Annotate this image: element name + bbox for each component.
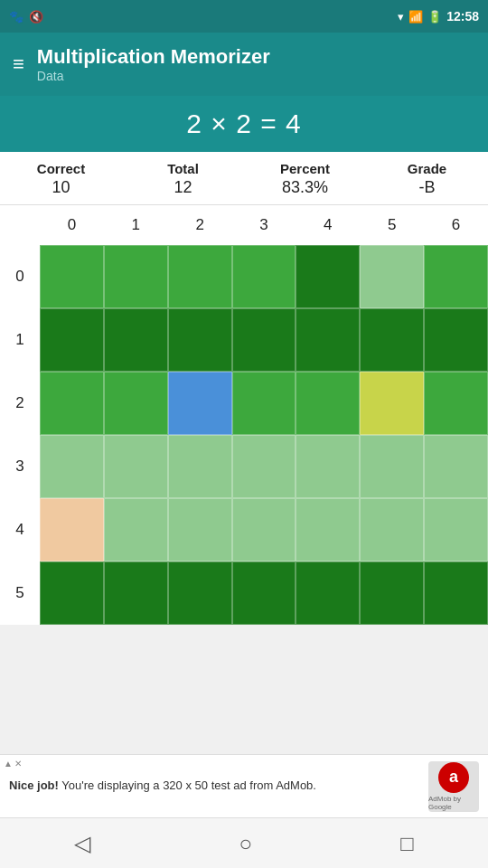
grid-cell-0-0[interactable] [40, 245, 104, 308]
grid-cell-4-6[interactable] [424, 498, 488, 561]
stats-row: Correct 10 Total 12 Percent 83.3% Grade … [0, 152, 488, 205]
col-header-3: 3 [232, 205, 296, 245]
app-bar: ≡ Multiplication Memorizer Data [0, 33, 488, 96]
grid-cell-0-6[interactable] [424, 245, 488, 308]
grid-cell-0-4[interactable] [296, 245, 360, 308]
grid-cell-2-2[interactable] [168, 372, 232, 435]
col-header-0: 0 [40, 205, 104, 245]
total-label: Total [167, 161, 199, 176]
grid-cell-5-6[interactable] [424, 561, 488, 625]
row-label-4: 4 [0, 498, 40, 561]
grid-cell-3-5[interactable] [360, 435, 424, 498]
row-label-0: 0 [0, 245, 40, 308]
grid-cell-5-0[interactable] [40, 561, 104, 625]
grid-cell-1-3[interactable] [232, 308, 296, 372]
grid-cell-1-5[interactable] [360, 308, 424, 372]
row-label-1: 1 [0, 308, 40, 372]
app-title: Multiplication Memorizer [37, 45, 270, 69]
wifi-icon: ▾ [398, 10, 404, 24]
stat-correct: Correct 10 [0, 152, 122, 204]
grid-cell-0-2[interactable] [168, 245, 232, 308]
row-label-5: 5 [0, 561, 40, 625]
grid-cell-2-6[interactable] [424, 372, 488, 435]
grid-cell-4-2[interactable] [168, 498, 232, 561]
grid-cell-2-0[interactable] [40, 372, 104, 435]
grid-cell-5-5[interactable] [360, 561, 424, 625]
grid-section: 0123456012345 [0, 205, 488, 625]
grid-cell-1-0[interactable] [40, 308, 104, 372]
grid-cell-4-3[interactable] [232, 498, 296, 561]
multiplication-grid: 0123456012345 [0, 205, 488, 625]
ad-body-text: You're displaying a 320 x 50 test ad fro… [59, 778, 316, 792]
percent-label: Percent [280, 161, 330, 176]
correct-value: 10 [52, 178, 70, 197]
bottom-nav: ◁ ○ □ [0, 817, 488, 868]
col-header-6: 6 [424, 205, 488, 245]
grid-cell-2-5[interactable] [360, 372, 424, 435]
admob-logo-icon: a [438, 762, 469, 793]
title-group: Multiplication Memorizer Data [37, 45, 270, 83]
col-header-1: 1 [104, 205, 168, 245]
battery-icon: 🔋 [427, 10, 442, 24]
equation-text: 2 × 2 = 4 [186, 108, 301, 138]
grid-cell-2-1[interactable] [104, 372, 168, 435]
col-header-2: 2 [168, 205, 232, 245]
row-label-2: 2 [0, 372, 40, 435]
grid-cell-3-2[interactable] [168, 435, 232, 498]
grid-cell-5-1[interactable] [104, 561, 168, 625]
equation-section: 2 × 2 = 4 [0, 96, 488, 152]
ad-logo: a AdMob by Google [428, 761, 479, 812]
col-header-5: 5 [360, 205, 424, 245]
grade-value: -B [419, 178, 436, 197]
android-icon: 🐾 [9, 10, 23, 24]
home-button[interactable]: ○ [239, 831, 252, 856]
ad-corner-label: ▲✕ [4, 759, 22, 769]
grid-cell-1-4[interactable] [296, 308, 360, 372]
grade-label: Grade [408, 161, 446, 176]
grid-cell-1-6[interactable] [424, 308, 488, 372]
ad-banner[interactable]: ▲✕ Nice job! You're displaying a 320 x 5… [0, 754, 488, 817]
recents-button[interactable]: □ [400, 831, 414, 856]
grid-cell-5-4[interactable] [296, 561, 360, 625]
sound-icon: 🔇 [29, 10, 43, 24]
row-label-3: 3 [0, 435, 40, 498]
ad-bold-text: Nice job! [9, 778, 59, 792]
stat-percent: Percent 83.3% [244, 152, 366, 204]
back-button[interactable]: ◁ [74, 831, 90, 856]
grid-cell-4-1[interactable] [104, 498, 168, 561]
grid-cell-4-0[interactable] [40, 498, 104, 561]
total-value: 12 [174, 178, 192, 197]
grid-cell-3-1[interactable] [104, 435, 168, 498]
grid-cell-3-0[interactable] [40, 435, 104, 498]
grid-cell-0-3[interactable] [232, 245, 296, 308]
grid-cell-4-4[interactable] [296, 498, 360, 561]
grid-cell-4-5[interactable] [360, 498, 424, 561]
grid-cell-5-3[interactable] [232, 561, 296, 625]
grid-cell-0-5[interactable] [360, 245, 424, 308]
grid-cell-5-2[interactable] [168, 561, 232, 625]
app-subtitle: Data [37, 69, 270, 83]
grid-cell-3-4[interactable] [296, 435, 360, 498]
grid-cell-0-1[interactable] [104, 245, 168, 308]
grid-cell-2-4[interactable] [296, 372, 360, 435]
status-bar: 🐾 🔇 ▾ 📶 🔋 12:58 [0, 0, 488, 33]
grid-cell-1-2[interactable] [168, 308, 232, 372]
time-display: 12:58 [446, 9, 479, 24]
percent-value: 83.3% [282, 178, 328, 197]
grid-cell-2-3[interactable] [232, 372, 296, 435]
stat-total: Total 12 [122, 152, 244, 204]
menu-icon[interactable]: ≡ [13, 52, 24, 76]
grid-cell-3-3[interactable] [232, 435, 296, 498]
correct-label: Correct [37, 161, 85, 176]
col-header-4: 4 [296, 205, 360, 245]
grid-cell-1-1[interactable] [104, 308, 168, 372]
stat-grade: Grade -B [366, 152, 488, 204]
signal-icon: 📶 [408, 10, 423, 24]
grid-cell-3-6[interactable] [424, 435, 488, 498]
ad-text: Nice job! You're displaying a 320 x 50 t… [9, 778, 419, 794]
grid-corner [0, 205, 40, 245]
admob-label: AdMob by Google [428, 795, 479, 811]
